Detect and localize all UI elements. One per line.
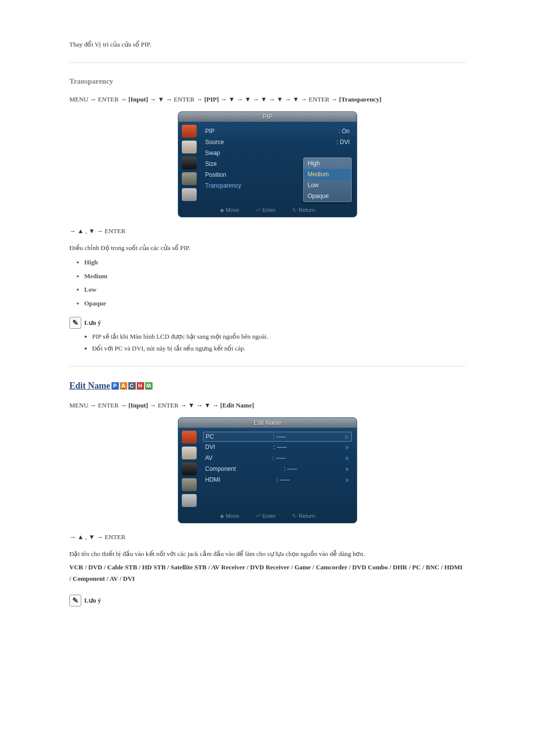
multi-icon bbox=[182, 494, 197, 507]
badge-h: H bbox=[137, 382, 144, 390]
sound-icon bbox=[182, 462, 197, 475]
chevron-right-icon: ▶ bbox=[346, 454, 349, 462]
osd-sidebar bbox=[178, 122, 200, 204]
note-title: Lưu ý bbox=[84, 318, 101, 328]
transparency-dropdown[interactable]: High Medium Low Opaque bbox=[303, 157, 352, 202]
chevron-right-icon: ▶ bbox=[345, 432, 349, 441]
osd-sidebar bbox=[178, 428, 200, 510]
transparency-desc: Điều chỉnh Độ trong suốt của các cửa sổ … bbox=[69, 243, 466, 253]
drop-high[interactable]: High bbox=[304, 158, 351, 169]
osd-title: Edit Name bbox=[178, 418, 357, 428]
note-list: PIP sẽ tắt khi Màn hình LCD được bật san… bbox=[69, 332, 466, 353]
transparency-path: MENU → ENTER → [Input] → ▼ → ENTER → [PI… bbox=[69, 95, 466, 104]
opt-medium: Medium bbox=[84, 271, 466, 281]
enter-icon: ⏎ bbox=[256, 513, 261, 519]
transparency-nav-after: → ▲ , ▼ → ENTER bbox=[69, 226, 466, 236]
chevron-right-icon: ▶ bbox=[346, 443, 349, 452]
note-icon: ✎ bbox=[69, 317, 81, 329]
chevron-right-icon: ▶ bbox=[346, 475, 349, 484]
move-icon: ◆ bbox=[220, 513, 224, 519]
transparency-options: High Medium Low Opaque bbox=[69, 257, 466, 308]
drop-medium[interactable]: Medium bbox=[304, 169, 351, 180]
setup-icon bbox=[182, 478, 197, 491]
divider bbox=[69, 366, 466, 366]
pip-position-desc: Thay đổi Vị trí của cửa sổ PIP. bbox=[69, 40, 466, 50]
editname-osd: Edit Name PC : ----- ▶ DVI bbox=[178, 417, 357, 524]
osd-title: PIP bbox=[178, 112, 357, 122]
input-icon bbox=[182, 125, 197, 138]
editname-names: VCR / DVD / Cable STB / HD STB / Satelli… bbox=[69, 561, 466, 585]
row-av[interactable]: AV : ----- ▶ bbox=[203, 453, 352, 463]
enter-icon: ⏎ bbox=[256, 207, 261, 213]
move-icon: ◆ bbox=[220, 207, 224, 213]
osd-footer: ◆Move ⏎Enter ↻Return bbox=[178, 510, 357, 523]
badge-a: A bbox=[120, 382, 127, 390]
drop-low[interactable]: Low bbox=[304, 180, 351, 191]
setup-icon bbox=[182, 172, 197, 185]
editname-heading: Edit Name P A C H M bbox=[69, 379, 466, 393]
row-component[interactable]: Component : ----- ▶ bbox=[203, 463, 352, 474]
row-position: Position bbox=[205, 170, 226, 179]
note-item: PIP sẽ tắt khi Màn hình LCD được bật san… bbox=[92, 332, 466, 342]
row-transparency: Transparency bbox=[205, 181, 241, 190]
picture-icon bbox=[182, 141, 197, 153]
row-pc[interactable]: PC : ----- ▶ bbox=[203, 432, 352, 442]
opt-low: Low bbox=[84, 285, 466, 295]
osd-content: PIP: On Source: DVI Swap Size Position T… bbox=[200, 122, 357, 204]
badge-m: M bbox=[145, 382, 153, 390]
opt-opaque: Opaque bbox=[84, 299, 466, 308]
editname-path: MENU → ENTER → [Input] → ENTER → ▼ → ▼ →… bbox=[69, 401, 466, 410]
pip-osd: PIP PIP: On Source: DVI Swap Size Positi… bbox=[178, 111, 357, 218]
input-icon bbox=[182, 431, 197, 444]
osd-footer: ◆Move ⏎Enter ↻Return bbox=[178, 204, 357, 217]
note-item: Đối với PC và DVI, nút này bị tắt nếu ng… bbox=[92, 344, 466, 353]
row-source: Source bbox=[205, 138, 224, 147]
opt-high: High bbox=[84, 257, 466, 267]
multi-icon bbox=[182, 188, 197, 201]
row-hdmi[interactable]: HDMI : ----- ▶ bbox=[203, 474, 352, 485]
note-icon: ✎ bbox=[69, 595, 81, 606]
row-swap: Swap bbox=[205, 149, 220, 157]
return-icon: ↻ bbox=[292, 513, 297, 519]
chevron-right-icon: ▶ bbox=[346, 464, 349, 473]
editname-desc: Đặt tên cho thiết bị đầu vào kết nối với… bbox=[69, 549, 466, 559]
osd-content: PC : ----- ▶ DVI : ----- ▶ AV : ----- ▶ bbox=[200, 428, 357, 510]
badge-p: P bbox=[111, 382, 119, 390]
note-title: Lưu ý bbox=[84, 596, 101, 605]
return-icon: ↻ bbox=[292, 207, 297, 213]
row-pip: PIP bbox=[205, 127, 214, 136]
sound-icon bbox=[182, 156, 197, 169]
picture-icon bbox=[182, 447, 197, 459]
divider bbox=[69, 62, 466, 63]
transparency-heading: Transparency bbox=[69, 76, 466, 87]
row-size: Size bbox=[205, 159, 216, 168]
drop-opaque[interactable]: Opaque bbox=[304, 191, 351, 202]
badge-c: C bbox=[128, 382, 136, 390]
row-dvi[interactable]: DVI : ----- ▶ bbox=[203, 442, 352, 453]
editname-nav-after: → ▲ , ▼ → ENTER bbox=[69, 532, 466, 542]
